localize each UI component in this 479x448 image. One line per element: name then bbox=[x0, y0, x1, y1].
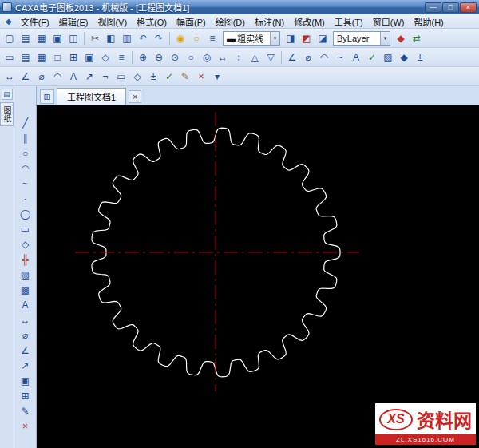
print-icon[interactable]: ▣ bbox=[49, 30, 65, 46]
hatch-tool-icon[interactable]: ▨ bbox=[18, 267, 34, 282]
dim-text-icon[interactable]: A bbox=[65, 69, 81, 85]
panel-handle-icon[interactable]: ▤ bbox=[2, 89, 13, 100]
dim-datum-icon[interactable]: ¬ bbox=[97, 69, 113, 85]
layers-icon[interactable]: ≡ bbox=[204, 30, 220, 46]
paste-icon[interactable]: ▥ bbox=[119, 30, 135, 46]
dim-diameter-icon[interactable]: ⌀ bbox=[34, 69, 49, 85]
fill-icon[interactable]: ◆ bbox=[396, 50, 412, 65]
library-icon[interactable]: ◇ bbox=[97, 50, 113, 65]
ellipse-tool-icon[interactable]: ◯ bbox=[18, 206, 34, 221]
menu-item[interactable]: 格式(O) bbox=[132, 14, 172, 29]
tab-close-button[interactable]: × bbox=[129, 90, 141, 103]
new-icon[interactable]: ▢ bbox=[2, 30, 18, 46]
check-icon[interactable]: ✓ bbox=[364, 50, 380, 65]
bulb-on-icon[interactable]: ◉ bbox=[172, 30, 188, 46]
polygon-tool-icon[interactable]: ◇ bbox=[18, 236, 34, 252]
rectangle-tool-icon[interactable]: ▭ bbox=[18, 221, 34, 236]
dim-symbol-icon[interactable]: ◇ bbox=[129, 69, 145, 85]
point-tool-icon[interactable]: · bbox=[18, 191, 34, 206]
arc-tool-icon[interactable]: ◠ bbox=[316, 50, 332, 65]
drawing-canvas[interactable]: XS 资料网 ZL.XS1616.COM bbox=[37, 105, 479, 448]
cut-icon[interactable]: ✂ bbox=[87, 30, 103, 46]
dim-linear-icon[interactable]: ↔ bbox=[2, 69, 18, 85]
dim-more-icon[interactable]: ▾ bbox=[209, 69, 225, 85]
save-icon[interactable]: ▦ bbox=[34, 30, 49, 46]
chevron-down-icon[interactable]: ▾ bbox=[270, 32, 279, 45]
close-button[interactable]: × bbox=[460, 2, 477, 13]
dim-check-icon[interactable]: ✓ bbox=[161, 69, 177, 85]
layer-settings-icon[interactable]: ◪ bbox=[315, 30, 331, 46]
hatch-icon[interactable]: ▨ bbox=[380, 50, 396, 65]
angle-icon[interactable]: ∠ bbox=[284, 50, 300, 65]
tab-grid-icon[interactable]: ⊞ bbox=[40, 89, 54, 104]
open-icon[interactable]: ▤ bbox=[18, 30, 34, 46]
menu-item[interactable]: 视图(V) bbox=[93, 14, 132, 29]
dim-tolerance-icon[interactable]: ± bbox=[145, 69, 161, 85]
dim-arc-icon[interactable]: ◠ bbox=[49, 69, 65, 85]
rotate-left-icon[interactable]: △ bbox=[247, 50, 263, 65]
text-tool-icon[interactable]: A bbox=[18, 297, 34, 312]
block-tool-icon[interactable]: ▣ bbox=[18, 373, 34, 388]
copy-icon[interactable]: ◧ bbox=[103, 30, 119, 46]
tab-document-1[interactable]: 工程图文档1 bbox=[57, 88, 126, 105]
title-block-icon[interactable]: ▤ bbox=[18, 50, 34, 65]
dim-leader-icon[interactable]: ↗ bbox=[81, 69, 97, 85]
zoom-in-icon[interactable]: ⊕ bbox=[135, 50, 151, 65]
menu-item[interactable]: 帮助(H) bbox=[409, 14, 448, 29]
swap-icon[interactable]: ⇄ bbox=[409, 30, 425, 46]
arc-tool-icon[interactable]: ◠ bbox=[18, 161, 34, 176]
angle-tool-icon[interactable]: ∠ bbox=[18, 343, 34, 358]
menu-item[interactable]: 文件(F) bbox=[16, 14, 54, 29]
palette-icon[interactable]: ◆ bbox=[393, 30, 409, 46]
spline-tool-icon[interactable]: ~ bbox=[18, 176, 34, 191]
menu-item[interactable]: 幅面(P) bbox=[172, 14, 211, 29]
minimize-button[interactable]: — bbox=[425, 2, 441, 13]
redo-icon[interactable]: ↷ bbox=[151, 30, 167, 46]
dim-frame-icon[interactable]: ▭ bbox=[113, 69, 129, 85]
line-tool-icon[interactable]: ╱ bbox=[18, 115, 34, 130]
layer-color-icon[interactable]: ◩ bbox=[299, 30, 315, 46]
pan-horizontal-icon[interactable]: ↔ bbox=[215, 50, 231, 65]
maximize-button[interactable]: □ bbox=[442, 2, 459, 13]
side-tab-sheet[interactable]: 图纸 bbox=[0, 102, 14, 126]
diameter-icon[interactable]: ⌀ bbox=[300, 50, 316, 65]
dim-edit-icon[interactable]: ✎ bbox=[177, 69, 193, 85]
menu-item[interactable]: 标注(N) bbox=[250, 14, 289, 29]
erase-tool-icon[interactable]: × bbox=[18, 418, 34, 434]
menu-item[interactable]: 工具(T) bbox=[330, 14, 368, 29]
menu-item[interactable]: 窗口(W) bbox=[368, 14, 410, 29]
block-icon[interactable]: ▣ bbox=[81, 50, 97, 65]
list-icon[interactable]: ≡ bbox=[113, 50, 129, 65]
menu-item[interactable]: 编辑(E) bbox=[54, 14, 93, 29]
rotate-right-icon[interactable]: ▽ bbox=[263, 50, 279, 65]
tolerance-icon[interactable]: ± bbox=[412, 50, 428, 65]
print-preview-icon[interactable]: ◫ bbox=[65, 30, 81, 46]
zoom-out-icon[interactable]: ⊖ bbox=[151, 50, 167, 65]
leader-tool-icon[interactable]: ↗ bbox=[18, 358, 34, 373]
bulb-off-icon[interactable]: ○ bbox=[188, 30, 204, 46]
linestyle-dropdown[interactable]: ▬ 粗实线 ▾ bbox=[223, 31, 280, 46]
grid-tool-icon[interactable]: ⊞ bbox=[18, 388, 34, 403]
dim-angle-icon[interactable]: ∠ bbox=[18, 69, 34, 85]
dim-delete-icon[interactable]: × bbox=[193, 69, 209, 85]
centerline-tool-icon[interactable]: ╬ bbox=[18, 252, 34, 267]
zoom-window-icon[interactable]: ⊙ bbox=[167, 50, 183, 65]
sheet-icon[interactable]: □ bbox=[49, 50, 65, 65]
color-dropdown[interactable]: ByLayer ▾ bbox=[333, 31, 390, 46]
chevron-down-icon[interactable]: ▾ bbox=[380, 32, 390, 45]
edit-tool-icon[interactable]: ✎ bbox=[18, 403, 34, 418]
grid-icon[interactable]: ⊞ bbox=[65, 50, 81, 65]
spline-tool-icon[interactable]: ~ bbox=[332, 50, 348, 65]
parts-list-icon[interactable]: ▦ bbox=[34, 50, 49, 65]
diameter-tool-icon[interactable]: ⌀ bbox=[18, 327, 34, 343]
text-tool-icon[interactable]: A bbox=[348, 50, 364, 65]
fill-tool-icon[interactable]: ▩ bbox=[18, 282, 34, 297]
dimension-tool-icon[interactable]: ↔ bbox=[18, 312, 34, 327]
frame-icon[interactable]: ▭ bbox=[2, 50, 18, 65]
zoom-all-icon[interactable]: ○ bbox=[183, 50, 199, 65]
pan-icon[interactable]: ◎ bbox=[199, 50, 215, 65]
menu-item[interactable]: 绘图(D) bbox=[211, 14, 250, 29]
layer-new-icon[interactable]: ◨ bbox=[283, 30, 299, 46]
undo-icon[interactable]: ↶ bbox=[135, 30, 151, 46]
pan-vertical-icon[interactable]: ↕ bbox=[231, 50, 247, 65]
